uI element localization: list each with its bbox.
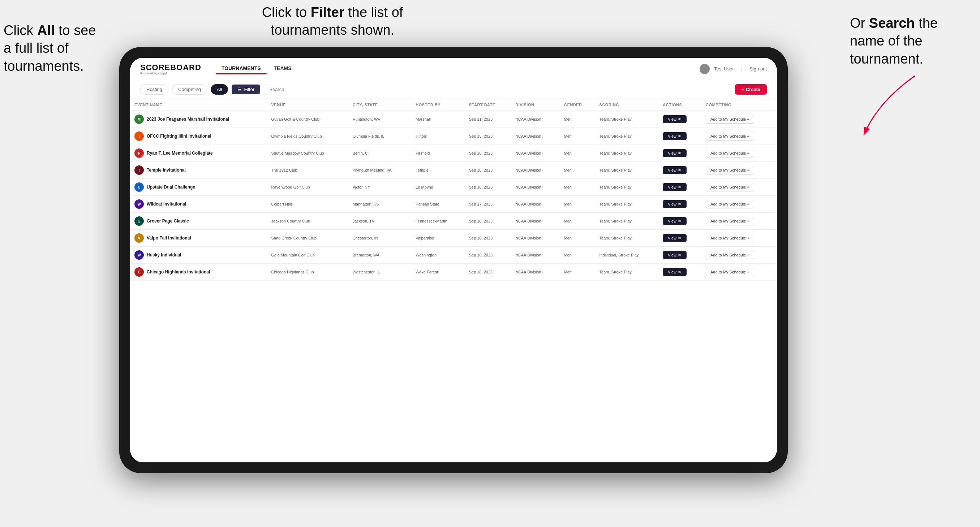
cell-hosted-by: Illinois [411,128,465,145]
cell-event-name: F Ryan T. Lee Memorial Collegiate [130,145,267,162]
logo-sub: Powered by clippd [140,71,201,75]
add-to-schedule-button[interactable]: Add to My Schedule + [706,115,754,124]
table-row: G Grover Page Classic Jackson Country Cl… [130,213,777,230]
view-button[interactable]: View 👁 [663,200,687,208]
cell-start-date: Sep 16, 2023 [465,162,511,179]
view-button[interactable]: View 👁 [663,251,687,259]
cell-actions: View 👁 [659,128,702,145]
tab-hosting[interactable]: Hosting [140,84,169,95]
eye-icon: 👁 [678,236,681,240]
cell-gender: Men [560,111,595,128]
cell-venue: Jackson Country Club [267,213,348,230]
search-input[interactable] [264,84,732,95]
add-to-schedule-button[interactable]: Add to My Schedule + [706,166,754,175]
tab-all[interactable]: All [211,84,228,95]
col-scoring: SCORING [595,99,659,111]
eye-icon: 👁 [678,202,681,206]
view-button[interactable]: View 👁 [663,217,687,225]
add-to-schedule-button[interactable]: Add to My Schedule + [706,149,754,157]
cell-venue: Olympia Fields Country Club [267,128,348,145]
event-name-text: Ryan T. Lee Memorial Collegiate [147,151,213,156]
cell-gender: Men [560,247,595,264]
cell-competing: Add to My Schedule + [702,230,777,247]
cell-scoring: Team, Stroke Play [595,213,659,230]
cell-city-state: Chesterton, IN [348,230,412,247]
view-button[interactable]: View 👁 [663,132,687,140]
event-logo: F [134,148,144,158]
filter-button[interactable]: ☰ Filter [232,84,260,94]
view-button[interactable]: View 👁 [663,149,687,157]
cell-division: NCAA Division I [511,111,559,128]
view-button[interactable]: View 👁 [663,166,687,174]
cell-division: NCAA Division I [511,196,559,213]
event-name-text: Temple Invitational [147,168,186,173]
event-name-text: Chicago Highlands Invitational [147,270,210,275]
cell-competing: Add to My Schedule + [702,162,777,179]
cell-competing: Add to My Schedule + [702,111,777,128]
cell-scoring: Team, Stroke Play [595,145,659,162]
add-to-schedule-button[interactable]: Add to My Schedule + [706,217,754,225]
event-name-text: OFCC Fighting Illini Invitational [147,133,212,139]
cell-city-state: Plymouth Meeting, PA [348,162,412,179]
cell-competing: Add to My Schedule + [702,247,777,264]
view-button[interactable]: View 👁 [663,268,687,276]
col-gender: GENDER [560,99,595,111]
nav-tournaments[interactable]: TOURNAMENTS [216,63,267,75]
toolbar: Hosting Competing All ☰ Filter + Create [130,80,777,99]
create-button[interactable]: + Create [735,84,767,95]
nav-right: Test User | Sign out [700,64,767,74]
cell-venue: Guyan Golf & Country Club [267,111,348,128]
add-to-schedule-button[interactable]: Add to My Schedule + [706,132,754,141]
eye-icon: 👁 [678,270,681,274]
add-to-schedule-button[interactable]: Add to My Schedule + [706,183,754,191]
cell-scoring: Team, Stroke Play [595,179,659,196]
nav-teams[interactable]: TEAMS [268,63,298,75]
cell-gender: Men [560,196,595,213]
add-to-schedule-button[interactable]: Add to My Schedule + [706,200,754,208]
cell-gender: Men [560,179,595,196]
add-to-schedule-button[interactable]: Add to My Schedule + [706,268,754,276]
view-button[interactable]: View 👁 [663,234,687,242]
cell-city-state: Bremerton, WA [348,247,412,264]
cell-division: NCAA Division I [511,145,559,162]
cell-venue: The 1912 Club [267,162,348,179]
tab-competing[interactable]: Competing [172,84,207,95]
event-logo: U [134,183,144,192]
eye-icon: 👁 [678,134,681,138]
cell-scoring: Team, Stroke Play [595,128,659,145]
cell-gender: Men [560,230,595,247]
add-to-schedule-button[interactable]: Add to My Schedule + [706,234,754,242]
annotation-topcenter: Click to Filter the list of tournaments … [246,3,419,40]
cell-division: NCAA Division I [511,230,559,247]
cell-start-date: Sep 18, 2023 [465,230,511,247]
signout-link[interactable]: Sign out [749,66,767,71]
cell-actions: View 👁 [659,264,702,281]
tablet-device: SCOREBOARD Powered by clippd TOURNAMENTS… [119,47,788,473]
event-name-text: Upstate Dual Challenge [147,184,195,190]
view-button[interactable]: View 👁 [663,183,687,191]
cell-actions: View 👁 [659,247,702,264]
cell-scoring: Team, Stroke Play [595,111,659,128]
event-logo: W [134,250,144,260]
table-row: V Valpo Fall Invitational Sand Creek Cou… [130,230,777,247]
event-logo: G [134,216,144,226]
cell-gender: Men [560,213,595,230]
cell-start-date: Sep 15, 2023 [465,128,511,145]
table-row: W Husky Individual Gold Mountain Golf Cl… [130,247,777,264]
cell-venue: Ravenwood Golf Club [267,179,348,196]
cell-gender: Men [560,145,595,162]
cell-hosted-by: Washington [411,247,465,264]
cell-hosted-by: Le Moyne [411,179,465,196]
eye-icon: 👁 [678,253,681,257]
col-start-date: START DATE [465,99,511,111]
col-division: DIVISION [511,99,559,111]
cell-hosted-by: Tennessee-Martin [411,213,465,230]
cell-competing: Add to My Schedule + [702,145,777,162]
cell-division: NCAA Division I [511,247,559,264]
add-to-schedule-button[interactable]: Add to My Schedule + [706,251,754,259]
cell-start-date: Sep 11, 2023 [465,111,511,128]
view-button[interactable]: View 👁 [663,115,687,123]
cell-hosted-by: Temple [411,162,465,179]
table-row: C Chicago Highlands Invitational Chicago… [130,264,777,281]
table-row: M 2023 Joe Feaganes Marshall Invitationa… [130,111,777,128]
